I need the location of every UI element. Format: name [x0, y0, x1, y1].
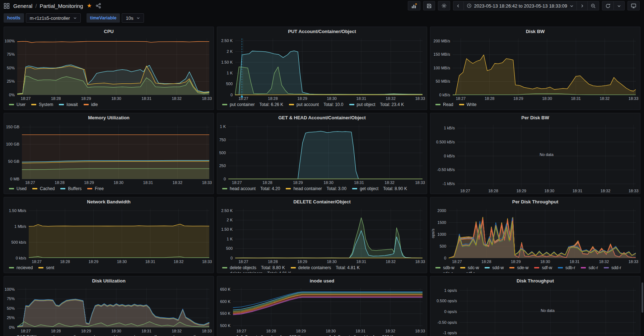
- legend-item[interactable]: sdb-w: [435, 265, 454, 271]
- svg-text:18:32: 18:32: [172, 96, 182, 101]
- share-dashboard-icon[interactable]: [95, 3, 101, 9]
- panel-title[interactable]: Per Disk Throughput: [512, 199, 559, 204]
- legend-swatch: [460, 267, 465, 268]
- legend-item[interactable]: put objectTotal: 23.4 K: [349, 102, 404, 107]
- chart-area: 050010001500200018:2718:2818:2918:3018:3…: [430, 206, 640, 264]
- chart-canvas[interactable]: 0%25%50%75%100%18:2718:2818:2918:3018:31…: [4, 36, 214, 101]
- legend-item[interactable]: System: [31, 102, 53, 107]
- chart-canvas[interactable]: 500 K550 K600 K650 K18:2718:2818:2918:30…: [217, 285, 427, 334]
- add-panel-button[interactable]: [408, 1, 420, 10]
- refresh-button[interactable]: [602, 1, 614, 10]
- legend-item[interactable]: m-r1z1s5-controller.sddAvg: 602 K: [315, 334, 408, 336]
- legend-item[interactable]: Write: [459, 102, 477, 107]
- chart-canvas[interactable]: 02505007501 K18:2718:2818:2918:3018:3118…: [217, 122, 427, 185]
- chart-canvas[interactable]: 050010001500200018:2718:2818:2918:3018:3…: [430, 206, 640, 264]
- panel-title[interactable]: Per Disk BW: [521, 115, 549, 120]
- legend-item[interactable]: sdf-w: [534, 265, 552, 271]
- chart-canvas[interactable]: 0 kb/s500 kb/s1 Mb/s1.50 Mb/s18:2718:281…: [4, 206, 214, 264]
- legend-item[interactable]: recieved: [9, 265, 33, 271]
- svg-text:18:28: 18:28: [262, 180, 272, 185]
- legend-item[interactable]: delete containersTotal: 4.81 K: [222, 271, 291, 273]
- panel-title[interactable]: PUT Account/Container/Object: [288, 29, 356, 34]
- svg-text:18:27: 18:27: [25, 180, 35, 185]
- legend-item[interactable]: sent: [38, 265, 54, 271]
- panel-put-account-container-object: PUT Account/Container/Object05001 K1.50 …: [217, 27, 427, 110]
- legend-item[interactable]: sda: [42, 334, 57, 336]
- legend-item[interactable]: sdf-r: [458, 271, 475, 273]
- chart-canvas[interactable]: 0 kB/s50 MB/s100 MB/s150 MB/s200 MB/s18:…: [430, 36, 640, 101]
- variable-host: hostls m-r1z1s5-controller: [4, 13, 81, 23]
- legend-item[interactable]: head accountTotal: 4.20: [222, 186, 280, 192]
- panel-title[interactable]: Network Bandwidth: [87, 199, 130, 204]
- legend-item[interactable]: Free: [87, 186, 104, 192]
- svg-text:18:33: 18:33: [415, 96, 425, 101]
- legend-item[interactable]: m-r1z1s5-controller.sdaAvg: 627 K: [222, 334, 315, 336]
- time-range-forward-button[interactable]: [577, 1, 588, 10]
- legend-item[interactable]: delete objectsTotal: 8.80 K: [222, 265, 285, 271]
- breadcrumb-page[interactable]: Partial_Monitoring: [40, 3, 83, 9]
- legend-item[interactable]: sdb-r: [558, 265, 575, 271]
- legend-item[interactable]: CAS DISK: [9, 334, 37, 336]
- legend-item[interactable]: sde-r: [435, 271, 453, 273]
- panel-title[interactable]: inode used: [310, 278, 335, 284]
- legend-item[interactable]: sde: [123, 334, 137, 336]
- scrollbar[interactable]: [641, 0, 644, 336]
- dashboard-settings-button[interactable]: [438, 1, 450, 10]
- chart-canvas[interactable]: 05001 K1.50 K2 K2.50 K18:2718:2818:2918:…: [217, 36, 427, 101]
- legend-item[interactable]: idle: [84, 102, 98, 107]
- legend-item[interactable]: sdh: [183, 334, 197, 336]
- legend-item[interactable]: Used: [9, 186, 27, 192]
- panel-title[interactable]: Disk BW: [526, 29, 545, 34]
- legend-item[interactable]: delete containersTotal: 4.81 K: [291, 265, 360, 271]
- legend-item[interactable]: sdf: [143, 334, 157, 336]
- legend-item[interactable]: sdg: [162, 334, 177, 336]
- time-range-back-button[interactable]: [453, 1, 464, 10]
- chart-canvas[interactable]: 05001 K1.50 K2 K2.50 K18:2718:2818:2918:…: [217, 206, 427, 264]
- legend-item[interactable]: User: [9, 102, 25, 107]
- kiosk-mode-button[interactable]: [627, 1, 640, 10]
- legend-item[interactable]: put accountTotal: 10.0: [289, 102, 343, 107]
- legend-item[interactable]: sde-w: [509, 265, 528, 271]
- legend-label: sdh: [190, 334, 197, 336]
- panel-title[interactable]: Disk Throughput: [517, 278, 554, 284]
- dashboards-grid-icon[interactable]: [4, 3, 10, 9]
- panel-title[interactable]: DELETE Container/Object: [293, 199, 351, 204]
- legend-item[interactable]: Read: [435, 102, 453, 107]
- breadcrumb-section[interactable]: General: [13, 3, 32, 9]
- variable-host-dropdown[interactable]: m-r1z1s5-controller: [26, 13, 81, 23]
- chart-canvas[interactable]: -1 ops/s-0.50 ops/s0 ops/s0.500 ops/s1 o…: [430, 285, 640, 336]
- legend-item[interactable]: sdd-w: [485, 265, 504, 271]
- legend-item[interactable]: Cached: [32, 186, 55, 192]
- panel-title[interactable]: CPU: [104, 29, 113, 34]
- breadcrumb: General / Partial_Monitoring: [13, 3, 83, 9]
- legend-item[interactable]: Buffers: [60, 186, 81, 192]
- panel-title[interactable]: GET & HEAD Account/Container/Object: [278, 115, 366, 120]
- panel-title[interactable]: Disk Utilization: [92, 278, 125, 284]
- legend-item[interactable]: sdd: [103, 334, 117, 336]
- svg-text:0 kb/s: 0 kb/s: [16, 256, 27, 260]
- scrollbar-thumb[interactable]: [641, 282, 643, 313]
- legend-item[interactable]: get objectTotal: 8.90 K: [352, 186, 407, 192]
- legend-item[interactable]: sdb: [62, 334, 77, 336]
- legend-value: Total: 4.81 K: [267, 271, 291, 273]
- legend-item[interactable]: sdc-w: [460, 265, 479, 271]
- variable-time-dropdown[interactable]: 10s: [122, 13, 144, 23]
- legend-item[interactable]: sdd-r: [604, 265, 621, 271]
- save-dashboard-button[interactable]: [423, 1, 435, 10]
- legend-item[interactable]: put containerTotal: 6.26 K: [222, 102, 283, 107]
- panel-title[interactable]: Memory Utilization: [88, 115, 130, 120]
- legend-item[interactable]: sdc: [83, 334, 97, 336]
- legend-item[interactable]: sdc-r: [581, 265, 598, 271]
- panel-disk-throughput: Disk Throughput-1 ops/s-0.50 ops/s0 ops/…: [430, 276, 640, 336]
- time-range-picker-button[interactable]: 2023-05-13 18:26:42 to 2023-05-13 18:33:…: [464, 1, 577, 10]
- chart-canvas[interactable]: -1 kB/s-0.50 kB/s0 kB/s0.500 kB/s1 kB/s1…: [430, 122, 640, 194]
- chart-canvas[interactable]: 0%25%50%75%100%18:2718:2818:2918:3018:31…: [4, 285, 214, 334]
- legend-swatch: [9, 267, 14, 268]
- legend-item[interactable]: head containerTotal: 3.00: [286, 186, 346, 192]
- svg-text:18:29: 18:29: [511, 259, 521, 264]
- favorite-star-icon[interactable]: ★: [87, 3, 92, 9]
- legend-item[interactable]: Iowait: [59, 102, 78, 107]
- refresh-interval-button[interactable]: [614, 1, 625, 10]
- zoom-out-button[interactable]: [588, 1, 599, 10]
- chart-canvas[interactable]: 0 MB50 GB100 GB150 GB18:2718:2818:2918:3…: [4, 122, 214, 185]
